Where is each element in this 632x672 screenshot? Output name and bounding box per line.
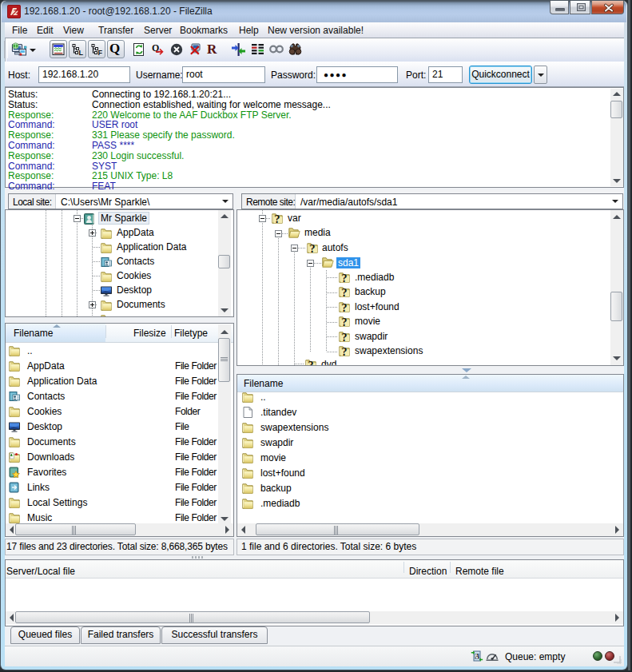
svg-text:F: F xyxy=(98,49,103,57)
svg-text:L: L xyxy=(79,49,84,57)
svg-text:A: A xyxy=(475,653,479,660)
